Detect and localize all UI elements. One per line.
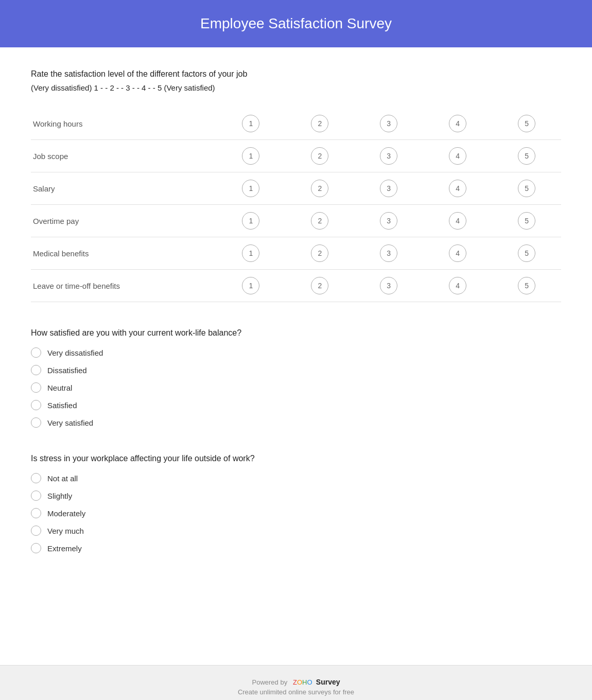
- rating-cell[interactable]: 1: [217, 237, 286, 270]
- rating-cell[interactable]: 4: [423, 205, 492, 237]
- radio-button[interactable]: [31, 347, 41, 358]
- rating-cell[interactable]: 1: [217, 140, 286, 172]
- rating-option[interactable]: 5: [518, 244, 535, 262]
- rating-option[interactable]: 2: [311, 277, 328, 294]
- rating-cell[interactable]: 3: [354, 140, 423, 172]
- radio-button[interactable]: [31, 417, 41, 428]
- rating-cell[interactable]: 3: [354, 237, 423, 270]
- rating-option[interactable]: 1: [242, 115, 259, 132]
- rating-option[interactable]: 4: [449, 180, 466, 197]
- radio-button[interactable]: [31, 400, 41, 410]
- table-row: Job scope12345: [31, 140, 561, 172]
- rating-cell[interactable]: 5: [492, 237, 561, 270]
- rating-cell[interactable]: 2: [285, 237, 354, 270]
- rating-cell[interactable]: 3: [354, 270, 423, 302]
- list-item[interactable]: Not at all: [31, 473, 561, 483]
- rating-option[interactable]: 1: [242, 147, 259, 165]
- list-item[interactable]: Very much: [31, 526, 561, 536]
- rating-cell[interactable]: 5: [492, 270, 561, 302]
- rating-option[interactable]: 3: [380, 244, 397, 262]
- option-label: Not at all: [47, 474, 78, 483]
- rating-option[interactable]: 2: [311, 212, 328, 230]
- list-item[interactable]: Neutral: [31, 382, 561, 393]
- survey-footer: Powered by ZOHO Survey Create unlimited …: [0, 665, 592, 700]
- list-item[interactable]: Very satisfied: [31, 417, 561, 428]
- radio-button[interactable]: [31, 491, 41, 501]
- list-item[interactable]: Satisfied: [31, 400, 561, 410]
- rating-cell[interactable]: 2: [285, 205, 354, 237]
- option-label: Moderately: [47, 509, 85, 518]
- rating-cell[interactable]: 2: [285, 108, 354, 140]
- rating-cell[interactable]: 4: [423, 172, 492, 205]
- rating-option[interactable]: 2: [311, 115, 328, 132]
- rating-option[interactable]: 3: [380, 115, 397, 132]
- rating-cell[interactable]: 1: [217, 108, 286, 140]
- rating-option[interactable]: 4: [449, 212, 466, 230]
- list-item[interactable]: Dissatisfied: [31, 365, 561, 375]
- rating-cell[interactable]: 2: [285, 172, 354, 205]
- rating-cell[interactable]: 2: [285, 140, 354, 172]
- powered-by-text: Powered by: [252, 678, 287, 686]
- rating-cell[interactable]: 5: [492, 140, 561, 172]
- survey-title: Employee Satisfaction Survey: [10, 15, 582, 32]
- rating-cell[interactable]: 1: [217, 205, 286, 237]
- rating-cell[interactable]: 4: [423, 140, 492, 172]
- rating-cell[interactable]: 4: [423, 270, 492, 302]
- list-item[interactable]: Very dissatisfied: [31, 347, 561, 358]
- rating-option[interactable]: 2: [311, 180, 328, 197]
- rating-cell[interactable]: 1: [217, 172, 286, 205]
- section-worklife: How satisfied are you with your current …: [31, 327, 561, 428]
- rating-option[interactable]: 3: [380, 277, 397, 294]
- list-item[interactable]: Slightly: [31, 491, 561, 501]
- stress-options: Not at allSlightlyModeratelyVery muchExt…: [31, 473, 561, 553]
- rating-cell[interactable]: 5: [492, 172, 561, 205]
- rating-option[interactable]: 2: [311, 244, 328, 262]
- rating-option[interactable]: 1: [242, 244, 259, 262]
- rating-option[interactable]: 3: [380, 212, 397, 230]
- rating-cell[interactable]: 3: [354, 108, 423, 140]
- rating-cell[interactable]: 5: [492, 205, 561, 237]
- row-label: Overtime pay: [31, 205, 217, 237]
- rating-option[interactable]: 3: [380, 180, 397, 197]
- rating-option[interactable]: 5: [518, 147, 535, 165]
- section1-question: Rate the satisfaction level of the diffe…: [31, 68, 561, 80]
- survey-content: Rate the satisfaction level of the diffe…: [0, 47, 592, 665]
- rating-option[interactable]: 4: [449, 277, 466, 294]
- rating-cell[interactable]: 4: [423, 237, 492, 270]
- radio-button[interactable]: [31, 508, 41, 518]
- rating-option[interactable]: 4: [449, 147, 466, 165]
- rating-option[interactable]: 5: [518, 212, 535, 230]
- rating-cell[interactable]: 3: [354, 205, 423, 237]
- radio-button[interactable]: [31, 526, 41, 536]
- rating-option[interactable]: 1: [242, 212, 259, 230]
- rating-option[interactable]: 1: [242, 180, 259, 197]
- radio-button[interactable]: [31, 382, 41, 393]
- rating-option[interactable]: 1: [242, 277, 259, 294]
- section1-scale-hint: (Very dissatisfied) 1 - - 2 - - 3 - - 4 …: [31, 83, 561, 92]
- rating-option[interactable]: 4: [449, 244, 466, 262]
- rating-cell[interactable]: 2: [285, 270, 354, 302]
- rating-option[interactable]: 2: [311, 147, 328, 165]
- rating-option[interactable]: 4: [449, 115, 466, 132]
- option-label: Slightly: [47, 492, 72, 500]
- rating-cell[interactable]: 5: [492, 108, 561, 140]
- radio-button[interactable]: [31, 473, 41, 483]
- radio-button[interactable]: [31, 543, 41, 553]
- powered-by-line: Powered by ZOHO Survey: [10, 678, 582, 686]
- rating-option[interactable]: 5: [518, 180, 535, 197]
- option-label: Satisfied: [47, 401, 77, 410]
- rating-cell[interactable]: 1: [217, 270, 286, 302]
- table-row: Overtime pay12345: [31, 205, 561, 237]
- section3-question: Is stress in your workplace affecting yo…: [31, 452, 561, 465]
- radio-button[interactable]: [31, 365, 41, 375]
- option-label: Extremely: [47, 544, 82, 553]
- rating-cell[interactable]: 4: [423, 108, 492, 140]
- list-item[interactable]: Moderately: [31, 508, 561, 518]
- rating-cell[interactable]: 3: [354, 172, 423, 205]
- list-item[interactable]: Extremely: [31, 543, 561, 553]
- rating-option[interactable]: 5: [518, 277, 535, 294]
- rating-option[interactable]: 3: [380, 147, 397, 165]
- survey-header: Employee Satisfaction Survey: [0, 0, 592, 47]
- row-label: Leave or time-off benefits: [31, 270, 217, 302]
- rating-option[interactable]: 5: [518, 115, 535, 132]
